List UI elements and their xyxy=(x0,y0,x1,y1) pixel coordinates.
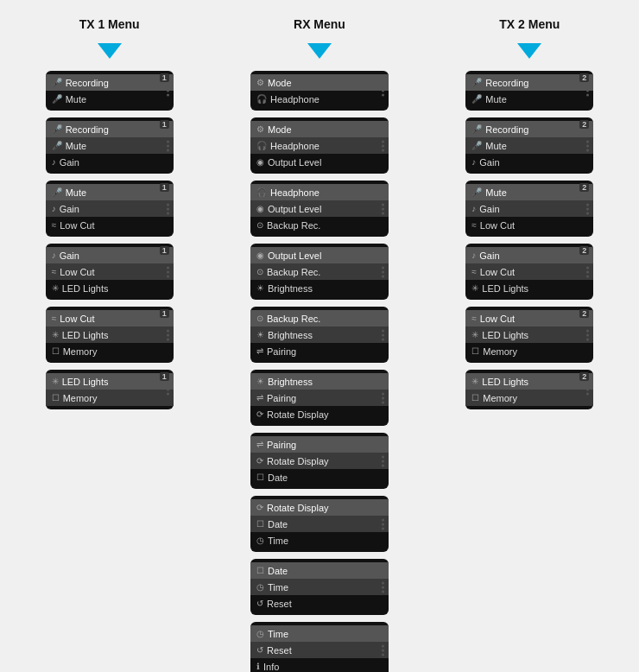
row-icon-tx2-3-0: ♪ xyxy=(471,250,476,260)
menu-row-rx-0-0[interactable]: ⚙Mode xyxy=(250,74,389,91)
menu-row-tx1-3-2[interactable]: ✳LED Lights xyxy=(46,280,174,296)
menu-row-tx2-1-1[interactable]: 🎤Mute xyxy=(465,137,593,154)
row-label-tx1-3-2: LED Lights xyxy=(62,283,109,294)
row-icon-tx1-2-1: ♪ xyxy=(52,204,56,213)
menu-row-tx2-0-0[interactable]: 🎤Recording xyxy=(465,74,593,91)
row-label-rx-7-1: Date xyxy=(268,519,288,529)
row-label-tx1-1-2: Gain xyxy=(60,157,79,168)
menu-row-rx-2-1[interactable]: ◉Output Level xyxy=(250,200,389,217)
menu-row-tx1-3-0[interactable]: ♪Gain xyxy=(46,247,174,263)
menu-row-tx2-1-0[interactable]: 🎤Recording xyxy=(465,121,593,137)
menu-row-tx2-4-0[interactable]: ≈Low Cut xyxy=(465,310,593,326)
row-icon-tx1-3-2: ✳ xyxy=(52,283,59,293)
row-icon-tx2-0-1: 🎤 xyxy=(471,94,482,104)
menu-row-rx-7-1[interactable]: ☐Date xyxy=(250,516,389,532)
menu-dots-tx2-4 xyxy=(586,329,589,340)
menu-row-tx1-1-1[interactable]: 🎤Mute xyxy=(46,137,174,154)
menu-row-tx2-3-2[interactable]: ✳LED Lights xyxy=(465,280,593,296)
menu-row-rx-8-0[interactable]: ☐Date xyxy=(250,562,389,579)
menu-row-rx-2-2[interactable]: ⊙Backup Rec. xyxy=(250,217,389,233)
menu-row-rx-6-0[interactable]: ⇌Pairing xyxy=(250,436,389,453)
menu-row-tx2-5-1[interactable]: ☐Memory xyxy=(465,390,593,406)
menu-row-rx-0-1[interactable]: 🎧Headphone xyxy=(250,91,389,107)
row-icon-tx2-2-1: ♪ xyxy=(471,204,476,213)
menu-row-tx1-4-2[interactable]: ☐Memory xyxy=(46,343,174,359)
menu-box-tx1-0: 1🎤Recording🎤Mute xyxy=(46,71,174,111)
row-icon-rx-2-2: ⊙ xyxy=(256,220,263,230)
menu-row-rx-6-2[interactable]: ☐Date xyxy=(250,469,389,485)
row-icon-rx-5-2: ⟳ xyxy=(256,409,263,419)
menu-row-rx-3-2[interactable]: ☀Brightness xyxy=(250,280,389,296)
row-icon-tx1-3-0: ♪ xyxy=(52,250,56,260)
menu-row-tx2-2-1[interactable]: ♪Gain xyxy=(465,200,593,217)
menu-row-rx-1-2[interactable]: ◉Output Level xyxy=(250,154,389,170)
row-label-rx-3-1: Backup Rec. xyxy=(267,267,320,277)
menu-dots-tx1-0 xyxy=(167,86,169,97)
menu-badge-tx1: 1 xyxy=(160,372,169,381)
menu-row-rx-7-0[interactable]: ⟳Rotate Display xyxy=(250,499,389,516)
menu-row-rx-9-1[interactable]: ↺Reset xyxy=(250,642,389,658)
menu-row-tx2-3-1[interactable]: ≈Low Cut xyxy=(465,263,593,280)
menu-row-tx1-4-1[interactable]: ✳LED Lights xyxy=(46,326,174,343)
menu-dots-rx-9 xyxy=(382,644,384,656)
menu-box-tx1-4: 1≈Low Cut✳LED Lights☐Memory xyxy=(46,307,174,363)
menu-row-rx-5-1[interactable]: ⇌Pairing xyxy=(250,390,389,406)
menu-row-rx-4-1[interactable]: ☀Brightness xyxy=(250,326,389,343)
menu-row-rx-9-0[interactable]: ◷Time xyxy=(250,625,389,642)
menu-row-rx-4-2[interactable]: ⇌Pairing xyxy=(250,343,389,359)
menu-row-tx2-2-0[interactable]: 🎤Mute xyxy=(465,184,593,200)
row-icon-rx-1-2: ◉ xyxy=(256,157,264,167)
menu-box-tx2-1: 2🎤Recording🎤Mute♪Gain xyxy=(465,117,593,174)
menu-row-rx-9-2[interactable]: ℹInfo xyxy=(250,658,389,672)
menu-row-rx-3-0[interactable]: ◉Output Level xyxy=(250,247,389,263)
menu-row-tx2-2-2[interactable]: ≈Low Cut xyxy=(465,217,593,233)
menu-dots-rx-7 xyxy=(382,518,384,529)
menu-row-tx2-1-2[interactable]: ♪Gain xyxy=(465,154,593,170)
menu-row-tx1-5-1[interactable]: ☐Memory xyxy=(46,390,174,406)
menu-row-rx-7-2[interactable]: ◷Time xyxy=(250,532,389,548)
row-label-rx-9-0: Time xyxy=(268,629,288,639)
menu-row-tx2-4-1[interactable]: ✳LED Lights xyxy=(465,326,593,343)
row-icon-rx-7-2: ◷ xyxy=(256,536,264,545)
menu-row-tx1-4-0[interactable]: ≈Low Cut xyxy=(46,310,174,326)
menu-row-rx-1-1[interactable]: 🎧Headphone xyxy=(250,137,389,154)
menu-row-rx-8-1[interactable]: ◷Time xyxy=(250,579,389,595)
row-label-rx-4-2: Pairing xyxy=(267,346,296,357)
menu-box-rx-2: 🎧Headphone◉Output Level⊙Backup Rec. xyxy=(250,181,389,237)
row-label-tx1-0-1: Mute xyxy=(66,94,86,105)
menu-row-tx2-0-1[interactable]: 🎤Mute xyxy=(465,91,593,107)
menu-row-rx-5-0[interactable]: ☀Brightness xyxy=(250,373,389,390)
row-icon-rx-8-2: ↺ xyxy=(256,599,263,608)
menu-badge-tx2: 2 xyxy=(579,183,589,192)
menu-row-tx1-2-1[interactable]: ♪Gain xyxy=(46,200,174,217)
menu-row-rx-4-0[interactable]: ⊙Backup Rec. xyxy=(250,310,389,326)
menu-row-tx1-1-0[interactable]: 🎤Recording xyxy=(46,121,174,137)
menu-row-tx1-0-0[interactable]: 🎤Recording xyxy=(46,74,174,91)
menu-row-tx2-3-0[interactable]: ♪Gain xyxy=(465,247,593,263)
row-label-rx-3-2: Brightness xyxy=(268,283,313,294)
menu-row-rx-2-0[interactable]: 🎧Headphone xyxy=(250,184,389,200)
menu-row-rx-6-1[interactable]: ⟳Rotate Display xyxy=(250,453,389,469)
menu-row-rx-3-1[interactable]: ⊙Backup Rec. xyxy=(250,263,389,280)
menu-row-rx-5-2[interactable]: ⟳Rotate Display xyxy=(250,406,389,422)
menu-row-tx1-2-2[interactable]: ≈Low Cut xyxy=(46,217,174,233)
menu-row-tx1-5-0[interactable]: ✳LED Lights xyxy=(46,373,174,390)
menu-row-tx1-0-1[interactable]: 🎤Mute xyxy=(46,91,174,107)
row-label-rx-7-0: Rotate Display xyxy=(267,503,329,513)
menu-badge-tx1: 1 xyxy=(160,309,169,318)
menu-row-rx-8-2[interactable]: ↺Reset xyxy=(250,595,389,612)
menu-row-tx1-3-1[interactable]: ≈Low Cut xyxy=(46,263,174,280)
menu-badge-tx1: 1 xyxy=(160,73,169,82)
row-icon-tx2-1-2: ♪ xyxy=(471,157,476,167)
row-icon-rx-8-0: ☐ xyxy=(256,566,264,575)
row-label-tx1-2-0: Mute xyxy=(66,187,86,198)
menu-row-tx1-1-2[interactable]: ♪Gain xyxy=(46,154,174,170)
menu-row-tx1-2-0[interactable]: 🎤Mute xyxy=(46,184,174,200)
row-icon-tx2-3-2: ✳ xyxy=(471,283,478,293)
menu-row-rx-1-0[interactable]: ⚙Mode xyxy=(250,121,389,137)
menu-row-tx2-4-2[interactable]: ☐Memory xyxy=(465,343,593,359)
row-icon-rx-0-1: 🎧 xyxy=(256,94,267,104)
row-label-rx-8-0: Date xyxy=(268,566,288,576)
row-icon-rx-4-1: ☀ xyxy=(256,330,264,339)
menu-row-tx2-5-0[interactable]: ✳LED Lights xyxy=(465,373,593,390)
